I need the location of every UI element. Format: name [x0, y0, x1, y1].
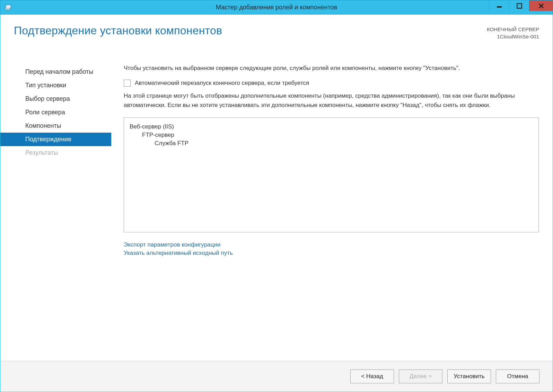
back-button[interactable]: < Назад [350, 369, 394, 383]
feature-item: FTP-сервер [130, 131, 533, 139]
restart-checkbox-row: Автоматический перезапуск конечного серв… [124, 80, 539, 87]
links-area: Экспорт параметров конфигурации Указать … [124, 241, 539, 257]
nav-features[interactable]: Компоненты [0, 119, 111, 133]
window-title: Мастер добавления ролей и компонентов [216, 4, 337, 11]
export-config-link[interactable]: Экспорт параметров конфигурации [124, 241, 539, 249]
nav-server-roles[interactable]: Роли сервера [0, 106, 111, 119]
restart-checkbox[interactable] [124, 80, 131, 87]
window-buttons [489, 0, 553, 14]
minimize-button[interactable] [489, 0, 509, 11]
feature-item: Веб-сервер (IIS) [130, 123, 533, 131]
restart-checkbox-label: Автоматический перезапуск конечного серв… [135, 80, 309, 87]
app-icon [3, 3, 13, 11]
sidebar: Перед началом работы Тип установки Выбор… [0, 62, 111, 361]
install-button[interactable]: Установить [447, 369, 491, 383]
nav-server-select[interactable]: Выбор сервера [0, 92, 111, 106]
maximize-button[interactable] [509, 0, 529, 11]
alt-source-link[interactable]: Указать альтернативный исходный путь [124, 249, 539, 257]
close-button[interactable] [529, 0, 553, 11]
content-area: Подтверждение установки компонентов КОНЕ… [0, 15, 553, 361]
titlebar: Мастер добавления ролей и компонентов [0, 0, 553, 15]
main-panel: Чтобы установить на выбранном сервере сл… [111, 62, 553, 361]
feature-list[interactable]: Веб-сервер (IIS) FTP-сервер Служба FTP [124, 117, 539, 232]
svg-rect-1 [6, 5, 11, 8]
server-info: КОНЕЧНЫЙ СЕРВЕР 1CloudWinSe-001 [487, 26, 539, 40]
header-area: Подтверждение установки компонентов КОНЕ… [14, 24, 539, 40]
server-label: КОНЕЧНЫЙ СЕРВЕР [487, 26, 539, 33]
nav-confirmation[interactable]: Подтверждение [0, 133, 111, 146]
footer: < Назад Далее > Установить Отмена [0, 361, 553, 392]
body-area: Перед началом работы Тип установки Выбор… [0, 62, 553, 361]
feature-item: Служба FTP [130, 139, 533, 148]
svg-rect-2 [497, 6, 502, 8]
nav-install-type[interactable]: Тип установки [0, 79, 111, 92]
next-button: Далее > [399, 369, 442, 383]
cancel-button[interactable]: Отмена [496, 369, 539, 383]
svg-rect-3 [517, 3, 522, 8]
intro-text: Чтобы установить на выбранном сервере сл… [124, 64, 539, 73]
nav-results: Результаты [0, 146, 111, 160]
page-title: Подтверждение установки компонентов [14, 24, 222, 37]
note-text: На этой странице могут быть отображены д… [124, 91, 539, 110]
nav-before-begin[interactable]: Перед началом работы [0, 65, 111, 79]
server-name: 1CloudWinSe-001 [487, 33, 539, 40]
